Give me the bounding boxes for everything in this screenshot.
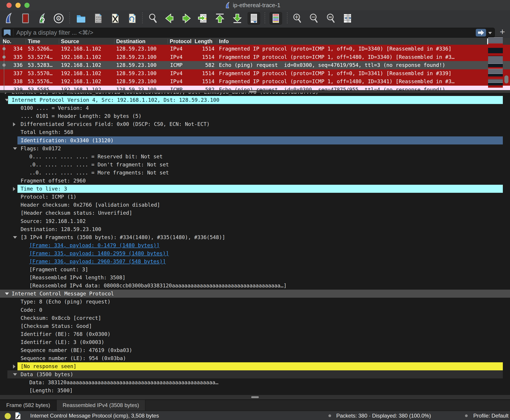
detail-row-data-length[interactable]: [Length: 3500] bbox=[0, 386, 510, 395]
detail-row-fragment-count[interactable]: [Fragment count: 3] bbox=[0, 265, 510, 274]
previous-packet-icon[interactable] bbox=[163, 12, 176, 25]
stop-capture-icon[interactable] bbox=[19, 12, 32, 25]
detail-row-identifier-be[interactable]: Identifier (BE): 768 (0x0300) bbox=[0, 330, 510, 338]
column-header-no[interactable]: No. bbox=[3, 38, 11, 45]
display-filter-input[interactable] bbox=[16, 28, 464, 37]
add-filter-button[interactable]: + bbox=[497, 26, 507, 37]
start-capture-fin-icon[interactable] bbox=[3, 12, 15, 25]
expander-collapsed-icon[interactable] bbox=[5, 93, 8, 94]
filter-dropdown-caret-icon[interactable] bbox=[488, 32, 492, 34]
detail-row-icmp-checksum-status[interactable]: [Checksum Status: Good] bbox=[0, 322, 510, 330]
restart-capture-icon[interactable] bbox=[36, 12, 48, 25]
detail-row-fragment-offset[interactable]: Fragment offset: 2960 bbox=[0, 177, 510, 185]
capture-comment-icon[interactable] bbox=[15, 412, 21, 419]
resize-columns-icon[interactable] bbox=[341, 12, 354, 25]
packet-list-pane: No. Time Source Destination Protocol Len… bbox=[0, 38, 510, 90]
expander-expanded-icon[interactable] bbox=[13, 373, 17, 376]
status-profile[interactable]: Profile: Default bbox=[473, 411, 509, 420]
detail-row-dscp[interactable]: Differentiated Services Field: 0x00 (DSC… bbox=[0, 120, 510, 128]
packet-row-336-selected[interactable]: 33653.5283…192.168.1.102128.59.23.100ICM… bbox=[0, 61, 510, 69]
capture-options-gear-icon[interactable]: ⚙ bbox=[52, 12, 65, 25]
intelligent-scrollbar-minimap[interactable] bbox=[488, 38, 503, 89]
reload-file-icon[interactable] bbox=[126, 12, 138, 25]
filter-bookmark-icon[interactable] bbox=[4, 29, 11, 36]
expander-expanded-icon[interactable] bbox=[13, 236, 17, 239]
detail-row-identification-selected[interactable]: Identification: 0x3340 (13120) bbox=[0, 136, 510, 144]
detail-row-reassembled-data[interactable]: [Reassembled IPv4 data: 08008ccb0300ba03… bbox=[0, 282, 510, 290]
packet-row-334[interactable]: 33453.5266…192.168.1.102128.59.23.100IPv… bbox=[0, 45, 510, 53]
detail-row-identifier-le[interactable]: Identifier (LE): 3 (0x0003) bbox=[0, 338, 510, 346]
tab-reassembled-ipv4[interactable]: Reassembled IPv4 (3508 bytes) bbox=[57, 400, 145, 411]
detail-row-icmp-code[interactable]: Code: 0 bbox=[0, 306, 510, 314]
colorize-packets-icon[interactable] bbox=[270, 12, 282, 25]
detail-row-header-length[interactable]: .... 0101 = Header Length: 20 bytes (5) bbox=[0, 112, 510, 120]
display-filter-field[interactable] bbox=[2, 28, 495, 38]
expander-expanded-icon[interactable] bbox=[13, 147, 17, 150]
packet-row-335[interactable]: 33553.5274…192.168.1.102128.59.23.100IPv… bbox=[0, 53, 510, 61]
expander-collapsed-icon[interactable] bbox=[13, 365, 15, 368]
pane-splitter[interactable] bbox=[0, 395, 510, 399]
detail-row-more-fragments[interactable]: ..0. .... .... .... = More fragments: No… bbox=[0, 169, 510, 177]
last-packet-icon[interactable] bbox=[231, 12, 244, 25]
detail-row-flags[interactable]: Flags: 0x0172 bbox=[0, 144, 510, 152]
detail-row-icmp-checksum[interactable]: Checksum: 0x8ccb [correct] bbox=[0, 314, 510, 322]
column-header-info[interactable]: Info bbox=[219, 38, 229, 45]
detail-row-data-header[interactable]: Data (3500 bytes) bbox=[0, 370, 510, 378]
expander-collapsed-icon[interactable] bbox=[13, 122, 15, 126]
column-header-protocol[interactable]: Protocol bbox=[170, 38, 191, 45]
expander-expanded-icon[interactable] bbox=[5, 292, 9, 295]
detail-row-data-hex[interactable]: Data: 383120aaaaaaaaaaaaaaaaaaaaaaaaaaaa… bbox=[0, 378, 510, 386]
first-packet-icon[interactable] bbox=[214, 12, 226, 25]
go-to-packet-icon[interactable] bbox=[197, 12, 209, 25]
detail-row-destination[interactable]: Destination: 128.59.23.100 bbox=[0, 225, 510, 233]
packet-row-337[interactable]: 33753.5570…192.168.1.102128.59.23.100IPv… bbox=[0, 69, 510, 78]
splitter-handle[interactable] bbox=[251, 396, 259, 398]
detail-row-dont-fragment[interactable]: .0.. .... .... .... = Don't fragment: No… bbox=[0, 161, 510, 169]
detail-row-icmp-type[interactable]: Type: 8 (Echo (ping) request) bbox=[0, 298, 510, 306]
detail-row-reassembled-length[interactable]: [Reassembled IPv4 length: 3508] bbox=[0, 274, 510, 282]
column-header-destination[interactable]: Destination bbox=[116, 38, 146, 45]
detail-row-source[interactable]: Source: 192.168.1.102 bbox=[0, 217, 510, 225]
column-header-source[interactable]: Source bbox=[61, 38, 79, 45]
zoom-original-icon[interactable]: = bbox=[325, 12, 337, 25]
open-file-folder-icon[interactable] bbox=[75, 12, 87, 25]
tab-frame[interactable]: Frame (582 bytes) bbox=[0, 400, 57, 411]
zoom-out-icon[interactable]: − bbox=[308, 12, 320, 25]
splitter-handle[interactable] bbox=[249, 91, 256, 93]
packet-list-scrollbar-thumb[interactable] bbox=[504, 75, 509, 83]
detail-row-total-length[interactable]: Total Length: 568 bbox=[0, 128, 510, 136]
packet-row-338[interactable]: 33853.5576…192.168.1.102128.59.23.100IPv… bbox=[0, 77, 510, 86]
detail-row-sequence-le[interactable]: Sequence number (LE): 954 (0x03ba) bbox=[0, 354, 510, 362]
detail-row-header-checksum[interactable]: Header checksum: 0x2766 [validation disa… bbox=[0, 201, 510, 209]
save-file-icon[interactable]: 01010 01101 01110 bbox=[92, 12, 104, 25]
detail-row-frame-334-link[interactable]: [Frame: 334, payload: 0-1479 (1480 bytes… bbox=[0, 241, 510, 249]
close-window-button[interactable] bbox=[7, 3, 12, 8]
expert-info-icon[interactable] bbox=[4, 413, 11, 419]
detail-row-checksum-status[interactable]: [Header checksum status: Unverified] bbox=[0, 209, 510, 217]
packet-row-339[interactable]: 33953.5585…192.168.1.102128.59.23.100ICM… bbox=[0, 86, 510, 90]
detail-row-ttl[interactable]: Time to live: 3 bbox=[0, 185, 510, 193]
zoom-in-icon[interactable]: + bbox=[291, 12, 304, 25]
detail-row-version[interactable]: 0100 .... = Version: 4 bbox=[0, 104, 510, 112]
detail-row-frame-335-link[interactable]: [Frame: 335, payload: 1480-2959 (1480 by… bbox=[0, 249, 510, 257]
expander-collapsed-icon[interactable] bbox=[13, 187, 15, 191]
minimize-window-button[interactable] bbox=[15, 3, 21, 8]
next-packet-icon[interactable] bbox=[180, 12, 193, 25]
column-header-length[interactable]: Length bbox=[194, 38, 212, 45]
detail-row-sequence-be[interactable]: Sequence number (BE): 47619 (0xba03) bbox=[0, 346, 510, 354]
close-file-icon[interactable] bbox=[109, 12, 121, 25]
find-packet-magnifier-icon[interactable] bbox=[147, 12, 159, 25]
expander-expanded-icon[interactable] bbox=[5, 99, 9, 101]
detail-row-reserved-bit[interactable]: 0... .... .... .... = Reserved bit: Not … bbox=[0, 152, 510, 161]
detail-row-ipv4-header[interactable]: Internet Protocol Version 4, Src: 192.16… bbox=[0, 96, 510, 104]
detail-row-icmp-header[interactable]: Internet Control Message Protocol bbox=[0, 290, 510, 298]
column-header-time[interactable]: Time bbox=[28, 38, 40, 45]
detail-row-ethernet[interactable]: Ethernet II, Src: Actionte_8a:70:1a (00:… bbox=[0, 93, 510, 96]
detail-row-protocol[interactable]: Protocol: ICMP (1) bbox=[0, 193, 510, 201]
apply-filter-button[interactable] bbox=[476, 29, 486, 37]
maximize-window-button[interactable] bbox=[24, 3, 30, 8]
detail-row-fragments-summary[interactable]: [3 IPv4 Fragments (3508 bytes): #334(148… bbox=[0, 233, 510, 241]
detail-row-frame-336-link[interactable]: [Frame: 336, payload: 2960-3507 (548 byt… bbox=[0, 257, 510, 265]
detail-row-no-response[interactable]: [No response seen] bbox=[0, 362, 510, 370]
auto-scroll-icon[interactable] bbox=[247, 12, 260, 25]
